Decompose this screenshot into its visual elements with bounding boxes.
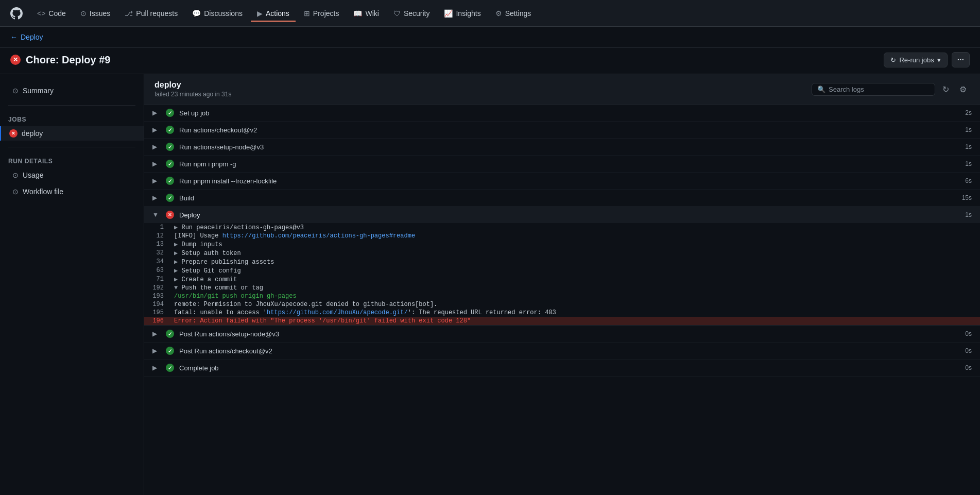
usage-icon: ⊙	[12, 171, 19, 179]
step-label: Run actions/checkout@v2	[179, 126, 960, 134]
line-number: 32	[144, 249, 170, 257]
step-complete-job[interactable]: ▶ Complete job 0s	[144, 360, 980, 377]
line-content: ▶ Setup auth token	[170, 249, 980, 257]
line-number: 12	[144, 232, 170, 240]
line-content: [INFO] Usage https://github.com/peaceiri…	[170, 232, 980, 240]
step-duration: 2s	[965, 109, 972, 116]
step-checkout[interactable]: ▶ Run actions/checkout@v2 1s	[144, 122, 980, 139]
log-line[interactable]: 1 ▶ Run peaceiris/actions-gh-pages@v3	[144, 223, 980, 232]
step-label: Set up job	[179, 109, 960, 117]
nav-security[interactable]: 🛡 Security	[387, 5, 436, 22]
nav-code[interactable]: <> Code	[31, 5, 72, 22]
file-icon: ⊙	[12, 187, 19, 196]
nav-projects[interactable]: ⊞ Projects	[298, 5, 346, 22]
back-link[interactable]: ← Deploy	[10, 33, 43, 41]
step-status-icon	[166, 177, 174, 185]
nav-actions[interactable]: ▶ Actions	[251, 5, 296, 22]
line-content: Error: Action failed with "The process '…	[170, 317, 980, 325]
title-row: ✕ Chore: Deploy #9 ↻ Re-run jobs ▾ ···	[0, 48, 980, 74]
nav-settings[interactable]: ⚙ Settings	[489, 5, 538, 22]
sidebar-divider-1	[8, 105, 135, 106]
run-details-section-label: Run details	[0, 153, 144, 167]
chevron-right-icon: ▶	[152, 143, 161, 150]
nav-issues[interactable]: ⊙ Issues	[74, 5, 116, 22]
refresh-logs-button[interactable]: ↻	[939, 82, 952, 96]
log-header: deploy failed 23 minutes ago in 31s 🔍 ↻ …	[144, 74, 980, 105]
step-status-icon	[166, 211, 174, 219]
step-duration: 1s	[965, 126, 972, 133]
apecode-link[interactable]: https://github.com/JhouXu/apecode.git/	[267, 309, 408, 316]
log-title-section: deploy failed 23 minutes ago in 31s	[154, 80, 231, 98]
step-setup-node[interactable]: ▶ Run actions/setup-node@v3 1s	[144, 139, 980, 156]
log-line[interactable]: 12 [INFO] Usage https://github.com/peace…	[144, 232, 980, 240]
summary-icon: ⊙	[12, 87, 19, 95]
sidebar-item-summary[interactable]: ⊙ Summary	[4, 82, 140, 99]
step-label: Build	[179, 194, 957, 202]
step-duration: 6s	[965, 177, 972, 184]
line-number: 13	[144, 241, 170, 248]
log-line-error[interactable]: 196 Error: Action failed with "The proce…	[144, 317, 980, 325]
step-install-pnpm[interactable]: ▶ Run npm i pnpm -g 1s	[144, 156, 980, 173]
nav-insights[interactable]: 📈 Insights	[438, 5, 487, 22]
log-line[interactable]: 63 ▶ Setup Git config	[144, 266, 980, 275]
line-number: 34	[144, 258, 170, 265]
sidebar-item-workflow-file[interactable]: ⊙ Workflow file	[4, 183, 140, 200]
line-content: ▶ Dump inputs	[170, 241, 980, 248]
step-duration: 1s	[965, 211, 972, 218]
step-duration: 1s	[965, 143, 972, 150]
step-set-up-job[interactable]: ▶ Set up job 2s	[144, 105, 980, 122]
page-title: Chore: Deploy #9	[26, 54, 110, 66]
back-arrow-icon: ←	[10, 33, 18, 41]
line-content: ▶ Create a commit	[170, 276, 980, 283]
breadcrumb-label: Deploy	[21, 33, 43, 41]
chevron-right-icon: ▶	[152, 364, 161, 371]
log-lines-container: 1 ▶ Run peaceiris/actions-gh-pages@v3 12…	[144, 223, 980, 325]
step-duration: 15s	[962, 194, 972, 201]
sidebar-item-deploy[interactable]: deploy	[0, 126, 144, 141]
step-post-setup-node[interactable]: ▶ Post Run actions/setup-node@v3 0s	[144, 326, 980, 343]
rerun-jobs-button[interactable]: ↻ Re-run jobs ▾	[884, 53, 947, 67]
jobs-section-label: Jobs	[0, 112, 144, 125]
settings-logs-button[interactable]: ⚙	[956, 82, 970, 96]
line-number: 193	[144, 293, 170, 300]
wiki-icon: 📖	[353, 9, 362, 18]
log-line[interactable]: 32 ▶ Setup auth token	[144, 249, 980, 258]
search-logs-input-wrap[interactable]: 🔍	[812, 83, 935, 96]
step-pnpm-install[interactable]: ▶ Run pnpm install --frozen-lockfile 6s	[144, 173, 980, 190]
step-duration: 1s	[965, 160, 972, 167]
log-line-cmd[interactable]: 193 /usr/bin/git push origin gh-pages	[144, 292, 980, 300]
nav-discussions[interactable]: 💬 Discussions	[186, 5, 249, 22]
step-status-icon	[166, 330, 174, 338]
rerun-dropdown-icon: ▾	[937, 56, 941, 64]
log-line[interactable]: 34 ▶ Prepare publishing assets	[144, 258, 980, 266]
log-line[interactable]: 71 ▶ Create a commit	[144, 275, 980, 284]
log-area: deploy failed 23 minutes ago in 31s 🔍 ↻ …	[144, 74, 980, 495]
sidebar-item-usage[interactable]: ⊙ Usage	[4, 167, 140, 183]
step-deploy-expanded: ▼ Deploy 1s 1 ▶ Run peaceiris/actions-gh…	[144, 207, 980, 326]
deploy-step-header[interactable]: ▼ Deploy 1s	[144, 207, 980, 223]
log-line[interactable]: 194 remote: Permission to JhouXu/apecode…	[144, 300, 980, 309]
more-options-button[interactable]: ···	[952, 52, 970, 67]
log-search-section: 🔍 ↻ ⚙	[812, 82, 970, 96]
insights-icon: 📈	[444, 9, 453, 18]
chevron-right-icon: ▶	[152, 126, 161, 133]
pr-icon: ⎇	[125, 9, 133, 18]
chevron-right-icon: ▶	[152, 160, 161, 167]
nav-wiki[interactable]: 📖 Wiki	[347, 5, 385, 22]
log-line[interactable]: 192 ▼ Push the commit or tag	[144, 284, 980, 292]
security-icon: 🛡	[393, 9, 401, 18]
gh-pages-link[interactable]: https://github.com/peaceiris/actions-gh-…	[222, 232, 415, 240]
log-line[interactable]: 13 ▶ Dump inputs	[144, 240, 980, 249]
discussions-icon: 💬	[192, 9, 201, 18]
log-job-title: deploy	[154, 80, 231, 90]
line-number: 63	[144, 267, 170, 274]
step-build[interactable]: ▶ Build 15s	[144, 190, 980, 207]
nav-pull-requests[interactable]: ⎇ Pull requests	[118, 5, 184, 22]
step-post-checkout[interactable]: ▶ Post Run actions/checkout@v2 0s	[144, 343, 980, 360]
chevron-down-icon: ▼	[152, 211, 161, 218]
title-left: ✕ Chore: Deploy #9	[10, 54, 110, 66]
step-label: Run actions/setup-node@v3	[179, 143, 960, 151]
search-logs-input[interactable]	[829, 86, 930, 93]
log-line[interactable]: 195 fatal: unable to access 'https://git…	[144, 309, 980, 317]
line-content: ▶ Setup Git config	[170, 267, 980, 275]
